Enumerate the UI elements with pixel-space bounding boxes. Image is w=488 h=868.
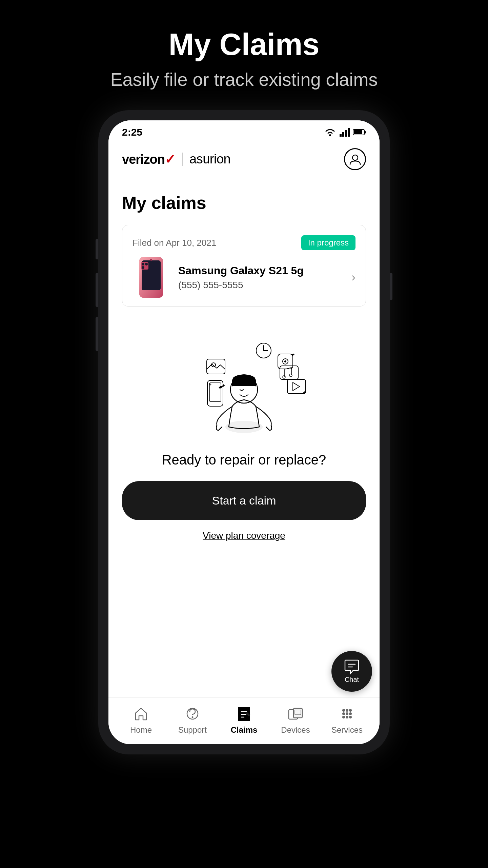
svg-point-22 xyxy=(284,360,286,362)
volume-down-button xyxy=(96,317,98,351)
illustration-area: + ✦ + xyxy=(122,320,366,687)
volume-up-button xyxy=(96,273,98,307)
chevron-right-icon: › xyxy=(351,270,355,284)
app-header: verizon✓ asurion xyxy=(108,141,380,179)
user-icon xyxy=(349,153,361,165)
services-icon xyxy=(338,705,356,723)
claims-icon xyxy=(235,705,253,723)
start-claim-button[interactable]: Start a claim xyxy=(122,481,366,520)
svg-point-49 xyxy=(342,716,345,718)
status-badge: In progress xyxy=(301,235,355,250)
repair-illustration: + ✦ + xyxy=(180,327,308,442)
svg-point-12 xyxy=(150,259,152,261)
status-bar: 2:25 xyxy=(108,120,380,141)
home-icon xyxy=(132,705,150,723)
battery-icon xyxy=(353,129,366,136)
svg-point-47 xyxy=(346,712,348,715)
nav-item-home[interactable]: Home xyxy=(121,705,161,735)
logo-divider xyxy=(182,153,183,166)
svg-point-43 xyxy=(342,709,345,712)
svg-point-50 xyxy=(346,716,348,718)
device-details: Samsung Galaxy S21 5g (555) 555-5555 xyxy=(178,264,343,291)
device-image xyxy=(133,259,170,296)
svg-text:+: + xyxy=(303,390,306,395)
wifi-icon xyxy=(324,128,336,137)
device-info: Samsung Galaxy S21 5g (555) 555-5555 › xyxy=(133,259,355,296)
svg-point-44 xyxy=(346,709,348,712)
device-name: Samsung Galaxy S21 5g xyxy=(178,264,343,277)
view-plan-button[interactable]: View plan coverage xyxy=(203,530,285,541)
svg-text:+: + xyxy=(291,352,294,357)
repair-text: Ready to repair or replace? xyxy=(162,452,326,468)
status-icons xyxy=(324,128,366,137)
logo-container: verizon✓ asurion xyxy=(122,152,230,167)
verizon-logo: verizon✓ xyxy=(122,152,175,167)
svg-point-37 xyxy=(192,716,194,718)
svg-point-45 xyxy=(349,709,352,712)
nav-label-support: Support xyxy=(178,725,207,735)
section-title: My claims xyxy=(122,193,366,213)
chat-fab-button[interactable]: Chat xyxy=(331,651,372,692)
nav-item-support[interactable]: Support xyxy=(172,705,213,735)
volume-silent-button xyxy=(96,239,98,259)
phone-frame: 2:25 xyxy=(98,110,390,754)
claim-card-header: Filed on Apr 10, 2021 In progress xyxy=(133,235,355,250)
chat-bubble-icon xyxy=(344,659,360,674)
status-time: 2:25 xyxy=(122,126,142,138)
support-icon xyxy=(184,705,201,723)
page-subtitle: Easily file or track existing claims xyxy=(98,69,390,90)
svg-point-34 xyxy=(283,376,285,378)
svg-text:✦: ✦ xyxy=(222,383,226,388)
svg-point-17 xyxy=(225,421,263,433)
nav-label-devices: Devices xyxy=(281,725,310,735)
svg-point-16 xyxy=(142,266,144,269)
svg-point-46 xyxy=(342,712,345,715)
nav-item-claims[interactable]: Claims xyxy=(224,705,264,735)
svg-rect-4 xyxy=(348,128,350,137)
nav-label-home: Home xyxy=(130,725,152,735)
power-button xyxy=(390,273,392,300)
device-phone-image xyxy=(138,257,165,298)
signal-icon xyxy=(340,128,350,137)
verizon-checkmark: ✓ xyxy=(165,152,175,166)
claim-card[interactable]: Filed on Apr 10, 2021 In progress xyxy=(122,225,366,307)
device-phone-number: (555) 555-5555 xyxy=(178,280,343,291)
phone-screen: 2:25 xyxy=(108,120,380,744)
nav-item-services[interactable]: Services xyxy=(327,705,367,735)
nav-label-claims: Claims xyxy=(231,725,258,735)
svg-point-48 xyxy=(349,712,352,715)
svg-point-15 xyxy=(145,263,148,265)
svg-text:+: + xyxy=(209,381,211,387)
asurion-logo: asurion xyxy=(189,152,230,166)
svg-marker-31 xyxy=(293,382,300,391)
svg-point-51 xyxy=(349,716,352,718)
filed-date: Filed on Apr 10, 2021 xyxy=(133,238,216,248)
devices-icon xyxy=(287,705,304,723)
page-title: My Claims xyxy=(98,27,390,62)
bottom-navigation: Home Support xyxy=(108,697,380,744)
svg-rect-3 xyxy=(345,130,347,137)
nav-label-services: Services xyxy=(331,725,363,735)
page-background: My Claims Easily file or track existing … xyxy=(98,0,390,754)
svg-rect-7 xyxy=(364,131,366,134)
svg-point-14 xyxy=(142,263,144,265)
svg-rect-6 xyxy=(354,130,362,134)
svg-point-35 xyxy=(289,374,292,377)
svg-point-8 xyxy=(352,155,358,160)
page-header: My Claims Easily file or track existing … xyxy=(98,0,390,110)
svg-point-0 xyxy=(329,134,331,136)
profile-button[interactable] xyxy=(344,148,366,170)
nav-item-devices[interactable]: Devices xyxy=(275,705,316,735)
svg-rect-1 xyxy=(340,134,342,137)
svg-rect-2 xyxy=(342,132,344,137)
main-content: My claims Filed on Apr 10, 2021 In progr… xyxy=(108,179,380,697)
chat-fab-label: Chat xyxy=(345,676,359,684)
